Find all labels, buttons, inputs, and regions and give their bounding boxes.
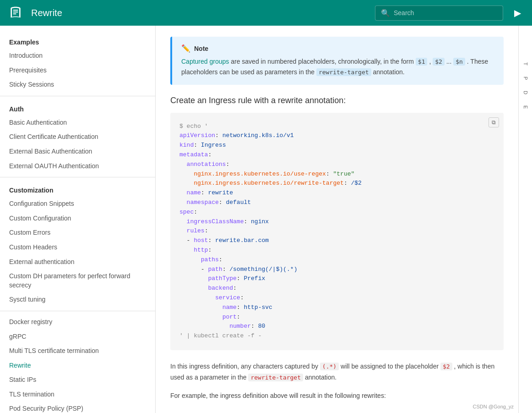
sidebar-item-ext-basic-auth[interactable]: External Basic Authentication bbox=[0, 144, 155, 159]
sidebar-item-docker[interactable]: Docker registry bbox=[0, 315, 155, 330]
note-text-3: annotation. bbox=[373, 68, 404, 76]
sidebar-item-tls[interactable]: TLS termination bbox=[0, 387, 155, 402]
captured-groups-link[interactable]: Captured groups bbox=[181, 58, 229, 65]
sidebar-item-grpc[interactable]: gRPC bbox=[0, 330, 155, 344]
watermark: CSDN @Gong_yz bbox=[473, 404, 514, 409]
sidebar-item-introduction[interactable]: Introduction bbox=[0, 49, 155, 63]
sidebar-item-rewrite[interactable]: Rewrite bbox=[0, 358, 155, 373]
code-placeholder: $2 bbox=[440, 363, 452, 370]
sidebar-item-sticky-sessions[interactable]: Sticky Sessions bbox=[0, 77, 155, 92]
sidebar-section-auth: Auth bbox=[0, 100, 155, 116]
note-box: ✏️ Note Captured groups are saved in num… bbox=[170, 37, 504, 85]
right-panel-item-t: T bbox=[523, 62, 528, 66]
right-panel-item-e: E bbox=[523, 105, 528, 109]
code-rewrite-target-inline: rewrite-target bbox=[248, 374, 303, 381]
body-text-2a: For example, the ingress definition abov… bbox=[170, 392, 386, 399]
sidebar-item-psp[interactable]: Pod Security Policy (PSP) bbox=[0, 402, 155, 413]
note-text-1: are saved in numbered placeholders, chro… bbox=[231, 58, 416, 65]
book-icon bbox=[8, 6, 23, 20]
body-text-1: In this ingress definition, any characte… bbox=[170, 361, 504, 383]
divider-1 bbox=[0, 96, 155, 96]
section-heading: Create an Ingress rule with a rewrite an… bbox=[170, 96, 504, 105]
main-layout: Examples Introduction Prerequisites Stic… bbox=[0, 26, 532, 413]
note-title: ✏️ Note bbox=[181, 44, 494, 53]
right-panel-item-d: D bbox=[523, 91, 528, 94]
sidebar-item-multi-tls[interactable]: Multi TLS certificate termination bbox=[0, 344, 155, 358]
app-title: Rewrite bbox=[31, 8, 368, 18]
search-input[interactable] bbox=[394, 9, 497, 17]
sidebar-item-custom-dh[interactable]: Custom DH parameters for perfect forward… bbox=[0, 269, 155, 292]
body-text-2: For example, the ingress definition abov… bbox=[170, 391, 504, 402]
body-text-1d: annotation. bbox=[305, 374, 337, 381]
divider-2 bbox=[0, 177, 155, 177]
note-ellipsis: ... bbox=[446, 58, 454, 65]
right-panel: T P D E bbox=[518, 26, 532, 413]
search-icon: 🔍 bbox=[381, 9, 390, 17]
code-block-wrapper: ⧉ $ echo ' apiVersion: networking.k8s.io… bbox=[170, 113, 504, 350]
sidebar-section-customization: Customization bbox=[0, 181, 155, 197]
right-panel-item-p: P bbox=[523, 77, 528, 80]
code-regex: (.*) bbox=[320, 363, 339, 370]
code-block[interactable]: $ echo ' apiVersion: networking.k8s.io/v… bbox=[170, 113, 504, 350]
code-dollarn: $n bbox=[453, 58, 465, 66]
header: Rewrite 🔍 ▶ bbox=[0, 0, 532, 26]
note-heading: Note bbox=[194, 45, 208, 52]
search-box[interactable]: 🔍 bbox=[375, 6, 503, 21]
code-dollar2: $2 bbox=[433, 58, 445, 66]
sidebar: Examples Introduction Prerequisites Stic… bbox=[0, 26, 156, 413]
note-body: Captured groups are saved in numbered pl… bbox=[181, 56, 494, 77]
sidebar-item-basic-auth[interactable]: Basic Authentication bbox=[0, 116, 155, 130]
sidebar-item-custom-headers[interactable]: Custom Headers bbox=[0, 240, 155, 255]
pencil-icon: ✏️ bbox=[181, 44, 190, 53]
copy-button[interactable]: ⧉ bbox=[489, 117, 499, 127]
code-dollar1: $1 bbox=[416, 58, 428, 66]
note-comma: , bbox=[429, 58, 433, 65]
sidebar-item-sysctl[interactable]: Sysctl tuning bbox=[0, 292, 155, 307]
nav-arrow-icon[interactable]: ▶ bbox=[510, 7, 525, 18]
sidebar-item-custom-config[interactable]: Custom Configuration bbox=[0, 211, 155, 226]
sidebar-item-config-snippets[interactable]: Configuration Snippets bbox=[0, 197, 155, 211]
sidebar-item-static-ips[interactable]: Static IPs bbox=[0, 373, 155, 387]
body-text-1a: In this ingress definition, any characte… bbox=[170, 363, 320, 370]
sidebar-item-prerequisites[interactable]: Prerequisites bbox=[0, 63, 155, 78]
body-text-1b: will be assigned to the placeholder bbox=[341, 363, 440, 370]
code-rewrite-target-note: rewrite-target bbox=[316, 68, 371, 76]
sidebar-item-client-cert[interactable]: Client Certificate Authentication bbox=[0, 130, 155, 144]
sidebar-item-ext-auth[interactable]: External authentication bbox=[0, 255, 155, 270]
logo bbox=[7, 5, 24, 21]
sidebar-item-ext-oauth[interactable]: External OAUTH Authentication bbox=[0, 159, 155, 174]
sidebar-item-custom-errors[interactable]: Custom Errors bbox=[0, 226, 155, 240]
divider-3 bbox=[0, 311, 155, 311]
sidebar-section-examples: Examples bbox=[0, 33, 155, 49]
main-content: ✏️ Note Captured groups are saved in num… bbox=[156, 26, 518, 413]
